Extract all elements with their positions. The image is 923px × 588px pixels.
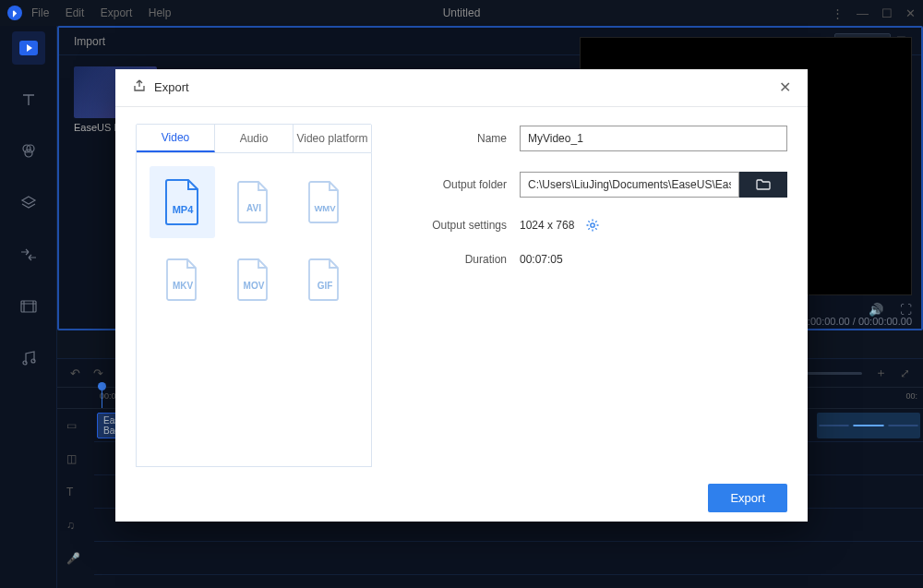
format-mov[interactable]: MOV [221,244,286,316]
app-logo-icon: ⏵ [7,6,22,20]
svg-text:GIF: GIF [318,281,333,291]
volume-icon[interactable]: 🔊 [869,303,883,317]
voice-track[interactable]: 🎤 [94,542,923,575]
playhead[interactable] [102,388,102,408]
output-folder-label: Output folder [418,178,520,191]
transitions-tool-icon[interactable] [12,238,45,271]
duration-value: 00:07:05 [520,253,563,266]
fullscreen-icon[interactable]: ⛶ [900,303,912,317]
format-avi[interactable]: AVI [221,166,286,238]
svg-text:MOV: MOV [244,281,265,291]
zoom-fit-icon[interactable]: ⤢ [900,366,910,380]
menu-help[interactable]: Help [149,6,172,19]
format-wmv[interactable]: WMV [293,166,358,238]
tab-video[interactable]: Video [137,125,215,152]
svg-text:WMV: WMV [315,203,337,213]
tool-sidebar [0,26,57,588]
redo-icon[interactable]: ↷ [93,366,103,380]
menu-export[interactable]: Export [101,6,133,19]
main-menu: File Edit Export Help [31,6,184,19]
import-button[interactable]: Import [74,35,105,48]
export-dialog-title: Export [154,80,189,94]
format-mkv[interactable]: MKV [150,244,215,316]
zoom-in-icon[interactable]: ＋ [875,365,887,381]
overlays-tool-icon[interactable] [12,186,45,220]
svg-text:AVI: AVI [246,203,261,213]
video-track-icon: ▭ [66,419,77,432]
output-settings-label: Output settings [418,219,520,232]
svg-point-6 [31,359,35,363]
name-label: Name [418,132,520,145]
elements-tool-icon[interactable] [12,290,45,323]
filters-tool-icon[interactable] [12,135,45,168]
export-tabs: Video Audio Video platform [136,124,372,153]
svg-point-13 [591,223,594,227]
svg-text:MKV: MKV [173,281,194,291]
duration-label: Duration [418,253,520,266]
text-tool-icon[interactable] [12,83,45,116]
close-dialog-button[interactable]: ✕ [779,78,791,96]
close-window-icon[interactable]: ✕ [905,6,916,20]
music-tool-icon[interactable] [12,342,45,375]
audio-track-icon: ♫ [66,519,75,532]
pip-track-icon: ◫ [66,452,77,465]
window-title: Untitled [443,6,481,19]
name-input[interactable] [520,126,787,151]
menu-file[interactable]: File [31,6,49,19]
export-button[interactable]: Export [708,484,787,512]
browse-folder-button[interactable] [739,172,787,198]
export-icon [132,78,147,97]
output-folder-input[interactable] [520,172,739,198]
output-settings-value: 1024 x 768 [520,219,574,232]
svg-point-3 [25,150,32,157]
text-track-icon: T [66,486,73,498]
menu-edit[interactable]: Edit [66,6,85,19]
voice-track-icon: 🎤 [66,552,80,565]
timeline-clip-group[interactable] [817,413,920,438]
more-icon[interactable]: ⋮ [832,6,844,20]
titlebar: ⏵ File Edit Export Help Untitled ⋮ — ☐ ✕ [0,0,923,26]
svg-text:MP4: MP4 [172,204,194,215]
maximize-icon[interactable]: ☐ [881,6,893,20]
tab-audio[interactable]: Audio [215,125,294,152]
format-grid: MP4 AVI WMV MKV MOV GIF [136,153,372,467]
undo-icon[interactable]: ↶ [70,366,80,380]
minimize-icon[interactable]: — [857,6,869,20]
format-mp4[interactable]: MP4 [150,166,215,238]
tab-video-platform[interactable]: Video platform [294,125,371,152]
settings-gear-button[interactable] [585,218,600,233]
export-dialog: Export ✕ Video Audio Video platform MP4 … [115,69,808,522]
format-gif[interactable]: GIF [293,244,358,316]
media-tool-icon[interactable] [12,31,45,65]
